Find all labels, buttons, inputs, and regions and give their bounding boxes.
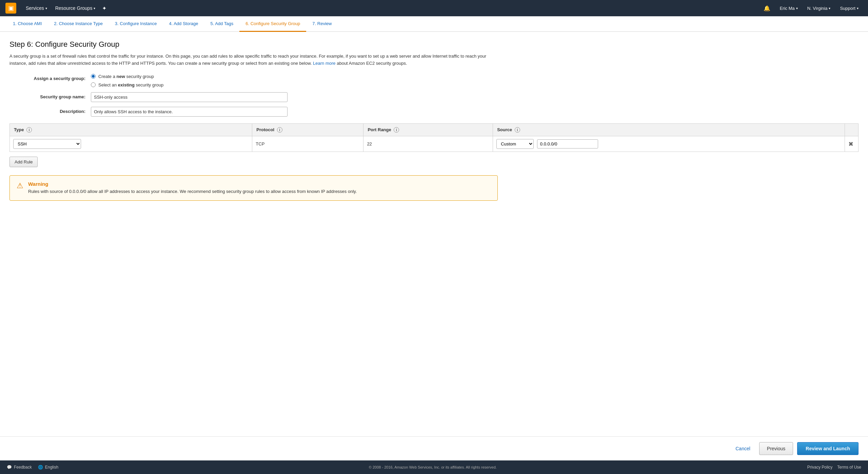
region-label: N. Virginia <box>807 6 828 11</box>
rules-table: Type i Protocol i Port Range i Source i <box>9 123 859 152</box>
tab-choose-instance-type[interactable]: 2. Choose Instance Type <box>48 16 109 32</box>
warning-title: Warning <box>28 181 357 187</box>
assign-sg-label: Assign a security group: <box>9 74 91 81</box>
terms-of-use-link[interactable]: Terms of Use <box>837 465 861 470</box>
support-chevron: ▾ <box>857 6 859 10</box>
protocol-cell: TCP <box>252 136 363 152</box>
source-value-input[interactable] <box>537 139 598 149</box>
warning-box: ⚠ Warning Rules with source of 0.0.0.0/0… <box>9 175 498 201</box>
protocol-header: Protocol i <box>252 123 363 136</box>
support-menu[interactable]: Support ▾ <box>836 0 863 16</box>
footer-copyright: © 2008 - 2016, Amazon Web Services, Inc.… <box>58 465 807 469</box>
delete-rule-button[interactable]: ✖ <box>848 140 853 148</box>
type-select[interactable]: SSH HTTP HTTPS Custom TCP Rule Custom UD… <box>13 139 81 149</box>
group-name-label: Security group name: <box>9 92 91 99</box>
user-name: Eric Ma <box>780 6 795 11</box>
tab-review[interactable]: 7. Review <box>306 16 338 32</box>
footer-left: 💬 Feedback 🌐 English <box>7 465 58 470</box>
source-header: Source i <box>493 123 845 136</box>
notifications-bell-icon[interactable]: 🔔 <box>760 0 774 16</box>
feedback-item[interactable]: 💬 Feedback <box>7 465 32 470</box>
learn-more-link[interactable]: Learn more <box>313 61 335 66</box>
resource-groups-chevron: ▾ <box>94 6 95 10</box>
feedback-label: Feedback <box>14 465 32 470</box>
select-existing-radio[interactable] <box>91 82 96 87</box>
footer: 💬 Feedback 🌐 English © 2008 - 2016, Amaz… <box>0 460 868 474</box>
table-header-row: Type i Protocol i Port Range i Source i <box>10 123 859 136</box>
services-chevron: ▾ <box>45 6 47 10</box>
user-chevron: ▾ <box>796 6 798 10</box>
resource-groups-menu[interactable]: Resource Groups ▾ <box>51 0 100 16</box>
aws-logo: ▣ <box>5 3 16 14</box>
create-new-option[interactable]: Create a new security group <box>91 74 163 79</box>
previous-button[interactable]: Previous <box>759 442 793 455</box>
warning-icon: ⚠ <box>17 181 23 190</box>
source-type-select[interactable]: Custom Anywhere My IP <box>496 139 534 149</box>
description-input[interactable] <box>91 107 288 117</box>
port-range-cell: 22 <box>363 136 493 152</box>
assign-sg-row: Assign a security group: Create a new se… <box>9 74 859 87</box>
protocol-value: TCP <box>256 141 264 146</box>
group-name-row: Security group name: <box>9 92 859 102</box>
create-new-radio[interactable] <box>91 74 96 79</box>
description-row: Description: <box>9 107 859 117</box>
pin-icon[interactable]: ✦ <box>99 5 109 12</box>
wizard-tabs: 1. Choose AMI 2. Choose Instance Type 3.… <box>0 16 868 32</box>
page-description: A security group is a set of firewall ru… <box>9 53 501 67</box>
resource-groups-label: Resource Groups <box>55 5 93 11</box>
services-menu[interactable]: Services ▾ <box>22 0 51 16</box>
globe-icon: 🌐 <box>38 465 43 470</box>
actions-header <box>845 123 859 136</box>
warning-content: Warning Rules with source of 0.0.0.0/0 a… <box>28 181 357 195</box>
region-chevron: ▾ <box>829 6 830 10</box>
warning-text: Rules with source of 0.0.0.0/0 allow all… <box>28 188 357 195</box>
source-cell: Custom Anywhere My IP <box>493 136 845 152</box>
privacy-policy-link[interactable]: Privacy Policy <box>807 465 833 470</box>
feedback-bubble-icon: 💬 <box>7 465 12 470</box>
tab-add-storage[interactable]: 4. Add Storage <box>163 16 204 32</box>
tab-configure-instance[interactable]: 3. Configure Instance <box>109 16 163 32</box>
select-existing-option[interactable]: Select an existing security group <box>91 82 163 87</box>
footer-right: Privacy Policy Terms of Use <box>807 465 861 470</box>
port-range-info-icon[interactable]: i <box>394 127 399 133</box>
description-label: Description: <box>9 107 91 114</box>
top-navigation: ▣ Services ▾ Resource Groups ▾ ✦ 🔔 Eric … <box>0 0 868 16</box>
review-and-launch-button[interactable]: Review and Launch <box>797 442 859 455</box>
bottom-action-bar: Cancel Previous Review and Launch <box>0 436 868 460</box>
port-range-header: Port Range i <box>363 123 493 136</box>
language-item[interactable]: 🌐 English <box>38 465 58 470</box>
port-range-value: 22 <box>367 141 372 146</box>
tab-configure-security-group[interactable]: 6. Configure Security Group <box>239 16 306 32</box>
security-group-form: Assign a security group: Create a new se… <box>9 74 859 117</box>
user-menu[interactable]: Eric Ma ▾ <box>776 0 802 16</box>
language-label: English <box>45 465 58 470</box>
source-info-icon[interactable]: i <box>515 127 520 133</box>
tab-add-tags[interactable]: 5. Add Tags <box>204 16 239 32</box>
region-menu[interactable]: N. Virginia ▾ <box>803 0 835 16</box>
sg-radio-group: Create a new security group Select an ex… <box>91 74 163 87</box>
rules-section: Type i Protocol i Port Range i Source i <box>9 123 859 152</box>
group-name-input[interactable] <box>91 92 288 102</box>
type-info-icon[interactable]: i <box>26 127 32 133</box>
support-label: Support <box>840 6 855 11</box>
main-content: Step 6: Configure Security Group A secur… <box>0 32 868 436</box>
table-row: SSH HTTP HTTPS Custom TCP Rule Custom UD… <box>10 136 859 152</box>
protocol-info-icon[interactable]: i <box>277 127 282 133</box>
cancel-button[interactable]: Cancel <box>731 443 755 454</box>
delete-cell: ✖ <box>845 136 859 152</box>
type-header: Type i <box>10 123 252 136</box>
tab-choose-ami[interactable]: 1. Choose AMI <box>7 16 48 32</box>
services-label: Services <box>26 5 44 11</box>
add-rule-button[interactable]: Add Rule <box>9 157 38 167</box>
page-title: Step 6: Configure Security Group <box>9 40 859 49</box>
type-cell: SSH HTTP HTTPS Custom TCP Rule Custom UD… <box>10 136 252 152</box>
